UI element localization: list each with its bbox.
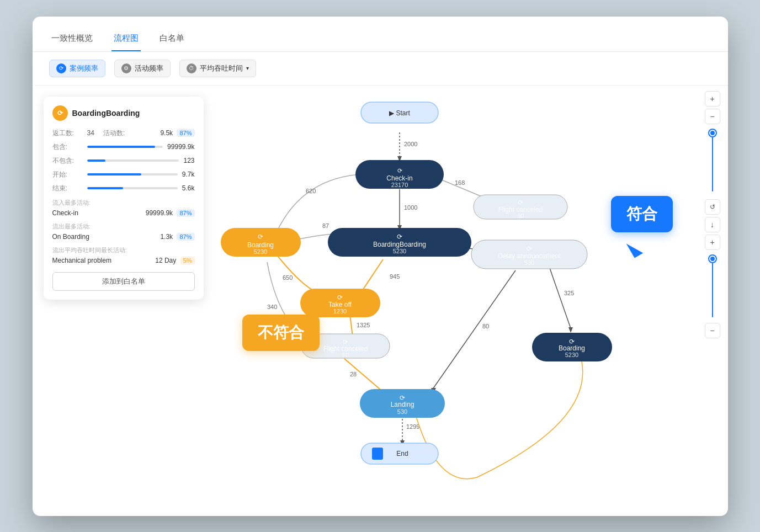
svg-text:80: 80 xyxy=(482,323,489,329)
panel-node-title: BoardingBoarding xyxy=(72,109,140,118)
case-freq-btn[interactable]: ⟳ 案例频率 xyxy=(49,60,105,77)
node-detail-panel: ⟳ BoardingBoarding 返工数: 34 活动数: 9.5k 87%… xyxy=(44,97,204,300)
svg-text:Boarding: Boarding xyxy=(558,344,584,352)
exclude-progress-bar xyxy=(87,159,179,162)
reset-icon: ↺ xyxy=(710,203,715,211)
right-toolbar: + − ↺ ↓ + xyxy=(703,86,722,516)
dropdown-arrow-icon: ▾ xyxy=(246,65,249,71)
svg-text:⟳: ⟳ xyxy=(397,233,402,241)
svg-text:168: 168 xyxy=(455,179,465,186)
svg-text:⟳: ⟳ xyxy=(527,245,532,253)
svg-text:Check-in: Check-in xyxy=(386,174,412,182)
svg-text:1230: 1230 xyxy=(333,308,346,315)
slider-bottom-track xyxy=(712,262,713,317)
tab-flowchart[interactable]: 流程图 xyxy=(111,28,141,51)
svg-text:2000: 2000 xyxy=(404,141,417,147)
flow-in-label: 流入最多活动: xyxy=(52,199,195,207)
slider-bottom-dot xyxy=(709,256,716,262)
zoom-out-btn[interactable]: − xyxy=(705,109,720,124)
end-progress-bar xyxy=(87,187,178,189)
svg-text:Take off: Take off xyxy=(328,301,352,308)
panel-flow-in-row: Check-in 99999.9k 87% xyxy=(52,209,195,217)
svg-marker-26 xyxy=(568,327,573,333)
include-progress-fill xyxy=(87,146,156,148)
svg-text:530: 530 xyxy=(397,408,407,415)
activity-freq-icon: ⚙ xyxy=(121,63,131,73)
svg-text:▶ 
          Start: ▶ Start xyxy=(389,109,410,117)
svg-text:1000: 1000 xyxy=(404,204,417,211)
zoom-in-btn[interactable]: + xyxy=(705,91,720,107)
svg-line-20 xyxy=(350,315,353,337)
slider-top-dot xyxy=(709,130,716,136)
svg-text:5230: 5230 xyxy=(392,248,406,254)
panel-header: ⟳ BoardingBoarding xyxy=(52,105,195,121)
svg-text:87: 87 xyxy=(322,222,329,229)
conform-badge: 符合 xyxy=(611,196,673,232)
add-to-whitelist-btn[interactable]: 添加到白名单 xyxy=(52,272,195,291)
svg-text:325: 325 xyxy=(564,290,574,296)
svg-text:BoardingBoarding: BoardingBoarding xyxy=(373,241,426,248)
svg-text:Boarding: Boarding xyxy=(247,241,273,249)
start-progress-bar xyxy=(87,173,178,175)
svg-text:5230: 5230 xyxy=(253,248,267,255)
panel-node-icon: ⟳ xyxy=(52,105,68,121)
panel-flow-out-row: On Boarding 1.3k 87% xyxy=(52,233,195,241)
svg-text:⟳: ⟳ xyxy=(397,167,402,174)
svg-text:⟳: ⟳ xyxy=(337,294,343,301)
avg-time-icon: ⏱ xyxy=(187,63,196,73)
flow-out-label: 流出最多活动: xyxy=(52,222,195,231)
toolbar: ⟳ 案例频率 ⚙ 活动频率 ⏱ 平均吞吐时间 ▾ xyxy=(33,52,728,86)
slider-top-track xyxy=(712,136,713,191)
svg-text:23170: 23170 xyxy=(391,182,408,188)
svg-text:Landing: Landing xyxy=(390,401,414,408)
avg-time-btn[interactable]: ⏱ 平均吞吐时间 ▾ xyxy=(179,60,256,77)
svg-line-28 xyxy=(433,270,515,389)
case-freq-icon: ⟳ xyxy=(56,63,66,73)
svg-text:530: 530 xyxy=(524,259,534,266)
start-progress-fill xyxy=(87,173,142,175)
svg-line-25 xyxy=(549,265,571,328)
svg-text:28: 28 xyxy=(350,371,357,377)
include-progress-bar xyxy=(87,146,163,148)
svg-text:60: 60 xyxy=(342,352,348,358)
panel-return-count-row: 返工数: 34 活动数: 9.5k 87% xyxy=(52,129,195,138)
svg-text:1325: 1325 xyxy=(357,322,370,328)
svg-text:5230: 5230 xyxy=(565,352,578,358)
svg-text:⟳: ⟳ xyxy=(258,233,263,241)
nonconform-badge: 不符合 xyxy=(242,315,320,351)
activity-freq-btn[interactable]: ⚙ 活动频率 xyxy=(114,60,171,77)
panel-include-row: 包含: 99999.9k xyxy=(52,142,195,152)
svg-text:620: 620 xyxy=(306,188,316,194)
main-content: ⟳ BoardingBoarding 返工数: 34 活动数: 9.5k 87%… xyxy=(33,86,728,516)
svg-text:End: End xyxy=(396,450,408,457)
svg-text:60: 60 xyxy=(517,212,523,219)
svg-text:340: 340 xyxy=(267,304,277,310)
tab-bar: 一致性概览 流程图 白名单 xyxy=(33,17,728,52)
reset-btn[interactable]: ↺ xyxy=(705,199,720,215)
svg-text:1299: 1299 xyxy=(406,423,419,430)
svg-text:945: 945 xyxy=(390,273,400,280)
svg-text:Delay announcement: Delay announcement xyxy=(498,252,561,260)
exclude-progress-fill xyxy=(87,159,105,162)
panel-avg-time-row: Mechanical problem 12 Day 5% xyxy=(52,257,195,264)
plus-btn[interactable]: + xyxy=(705,235,720,250)
tab-whitelist[interactable]: 白名单 xyxy=(157,28,187,51)
minus-btn[interactable]: − xyxy=(705,323,720,338)
panel-start-row: 开始: 9.7k xyxy=(52,170,195,179)
panel-exclude-row: 不包含: 123 xyxy=(52,156,195,166)
panel-end-row: 结束: 5.6k xyxy=(52,184,195,193)
avg-time-label: 流出平均吞吐时间最长活动: xyxy=(52,246,195,254)
svg-text:650: 650 xyxy=(283,274,293,281)
svg-text:⟳: ⟳ xyxy=(518,199,523,206)
down-btn[interactable]: ↓ xyxy=(705,217,720,232)
svg-rect-76 xyxy=(372,448,383,460)
end-progress-fill xyxy=(87,187,124,189)
tab-overview[interactable]: 一致性概览 xyxy=(49,28,95,51)
